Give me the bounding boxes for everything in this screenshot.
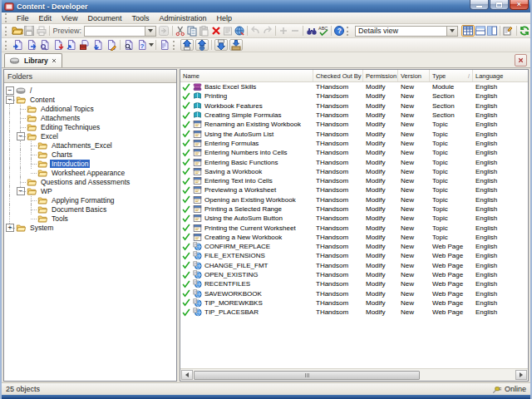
close-button[interactable]: × (510, 0, 529, 10)
search-help-button[interactable] (122, 39, 135, 51)
checkout-content-button[interactable] (52, 39, 65, 51)
combo-dropdown-button[interactable] (145, 27, 155, 36)
collapse-icon[interactable]: − (17, 132, 25, 140)
object-name: Using the AutoSum Button (204, 214, 283, 222)
tree-item-questions-and-assessments[interactable]: Questions and Assessments (4, 177, 176, 186)
tab-library[interactable]: Library (4, 53, 62, 67)
table-row[interactable]: FILE_EXTENSIONSTHandsomModifyNewWeb Page… (180, 251, 528, 260)
column-header-type[interactable]: Type/ (430, 70, 473, 81)
tree-item-worksheet-appearance[interactable]: Worksheet Appearance (4, 168, 176, 177)
table-row[interactable]: Basic Excel SkillsTHandsomModifyNewModul… (180, 82, 528, 91)
column-header-name[interactable]: Name (180, 70, 313, 81)
title-bar: Content - Developer × (2, 0, 530, 12)
tree-item-document-basics[interactable]: Document Basics (4, 204, 176, 214)
table-row[interactable]: Entering Numbers into CellsTHandsomModif… (180, 148, 528, 157)
menu-administration[interactable]: Administration (154, 13, 211, 23)
split-vertical-button[interactable] (486, 25, 498, 37)
tree-item-additional-topics[interactable]: Additional Topics (4, 104, 176, 113)
table-row[interactable]: Workbook FeaturesTHandsomModifyNewSectio… (180, 101, 528, 111)
save-button (23, 25, 35, 37)
spellcheck-button[interactable]: ABC (318, 25, 329, 37)
export-content-button[interactable] (25, 39, 38, 51)
column-header-language[interactable]: Language (473, 70, 528, 81)
menu-document[interactable]: Document (82, 13, 126, 23)
check-in-button[interactable] (180, 39, 194, 51)
tree-item-content[interactable]: −Content (4, 95, 176, 104)
table-row[interactable]: TIP_PLACESBARTHandsomModifyNewWeb PageEn… (180, 308, 528, 317)
table-row[interactable]: Creating Simple FormulasTHandsomModifyNe… (180, 111, 528, 120)
table-row[interactable]: Opening an Existing WorkbookTHandsomModi… (180, 195, 528, 204)
tree-item-attachments[interactable]: Attachments (4, 113, 176, 122)
preview-content-button[interactable] (158, 39, 171, 51)
preview-combo[interactable] (84, 26, 156, 37)
table-row[interactable]: PrintingTHandsomModifyNewSectionEnglish (180, 91, 528, 101)
copy-button[interactable] (186, 25, 198, 37)
refresh-button[interactable] (519, 25, 530, 37)
collapse-icon[interactable]: − (6, 96, 14, 104)
table-row[interactable]: SAVEWORKBOOKTHandsomModifyNewWeb PageEng… (180, 289, 528, 298)
tree-item-introduction[interactable]: Introduction (4, 159, 176, 168)
delete-button[interactable] (209, 25, 221, 37)
table-row[interactable]: TIP_MOREWKBKSTHandsomModifyNewWeb PageEn… (180, 298, 528, 308)
table-row[interactable]: Previewing a WorksheetTHandsomModifyNewT… (180, 185, 528, 195)
table-row[interactable]: Entering Basic FunctionsTHandsomModifyNe… (180, 157, 528, 166)
table-row[interactable]: Entering Text into CellsTHandsomModifyNe… (180, 176, 528, 185)
edit-content-button[interactable] (105, 39, 118, 51)
get-latest-button[interactable] (229, 39, 243, 51)
column-header-version[interactable]: Version (398, 70, 430, 81)
open-button[interactable] (12, 25, 23, 37)
check-out-button[interactable] (214, 39, 228, 51)
expand-icon[interactable]: + (6, 224, 14, 232)
publish-button[interactable] (195, 39, 209, 51)
scrollbar-thumb[interactable] (194, 371, 420, 380)
minimize-button[interactable] (470, 0, 489, 10)
help-topics-dropdown[interactable]: ? (135, 39, 154, 51)
pane-close-button[interactable] (515, 54, 527, 66)
tree-item-tools[interactable]: Tools (4, 214, 176, 223)
table-row[interactable]: Saving a WorkbookTHandsomModifyNewTopicE… (180, 167, 528, 176)
find-button[interactable] (305, 25, 317, 37)
horizontal-scrollbar[interactable] (180, 368, 528, 381)
table-row[interactable]: Creating a New WorkbookTHandsomModifyNew… (180, 233, 528, 242)
menu-edit[interactable]: Edit (34, 13, 57, 23)
table-row[interactable]: Entering FormulasTHandsomModifyNewTopicE… (180, 139, 528, 148)
tab-close-icon[interactable] (51, 57, 57, 64)
tree-item-root[interactable]: −/ (4, 86, 176, 95)
scroll-left-button[interactable] (181, 370, 193, 380)
package-content-button[interactable] (78, 39, 91, 51)
menu-view[interactable]: View (57, 13, 82, 23)
table-row[interactable]: Printing a Selected RangeTHandsomModifyN… (180, 204, 528, 214)
cut-button[interactable] (174, 25, 185, 37)
search-content-button[interactable] (38, 39, 52, 51)
table-row[interactable]: CONFIRM_REPLACETHandsomModifyNewWeb Page… (180, 242, 528, 251)
table-row[interactable]: Printing the Current WorksheetTHandsomMo… (180, 223, 528, 232)
split-horizontal-button[interactable] (475, 25, 486, 37)
help-button[interactable]: ? (333, 25, 345, 37)
scroll-right-button[interactable] (515, 370, 527, 380)
details-view-button[interactable] (461, 25, 475, 37)
view-combo[interactable]: Details view (355, 26, 458, 37)
table-row[interactable]: Using the AutoSum ButtonTHandsomModifyNe… (180, 214, 528, 223)
tree-item-editing-techniques[interactable]: Editing Techniques (4, 122, 176, 131)
column-header-checked-out-by[interactable]: Checked Out By (313, 70, 363, 81)
menu-file[interactable]: File (12, 13, 34, 23)
combo-dropdown-button[interactable] (446, 27, 457, 36)
replace-button[interactable] (234, 25, 245, 37)
properties-button[interactable] (502, 25, 514, 37)
table-row[interactable]: Renaming an Existing WorkbookTHandsomMod… (180, 120, 528, 129)
tree-item-system[interactable]: +System (4, 223, 176, 232)
table-row[interactable]: OPEN_EXISTINGTHandsomModifyNewWeb PageEn… (180, 270, 528, 279)
download-content-button[interactable] (91, 39, 105, 51)
menu-tools[interactable]: Tools (126, 13, 154, 23)
table-row[interactable]: CHANGE_FILE_FMTTHandsomModifyNewWeb Page… (180, 261, 528, 270)
share-content-button[interactable] (65, 39, 78, 51)
column-header-permission[interactable]: Permission (363, 70, 398, 81)
collapse-icon[interactable]: − (6, 86, 14, 95)
table-row[interactable]: Using the AutoSum ListTHandsomModifyNewT… (180, 129, 528, 138)
table-row[interactable]: RECENTFILESTHandsomModifyNewWeb PageEngl… (180, 279, 528, 288)
maximize-button[interactable] (490, 0, 509, 10)
collapse-icon[interactable]: − (17, 187, 25, 195)
cell-permission: Modify (363, 140, 398, 147)
menu-help[interactable]: Help (211, 13, 237, 23)
import-content-button[interactable] (12, 39, 25, 51)
